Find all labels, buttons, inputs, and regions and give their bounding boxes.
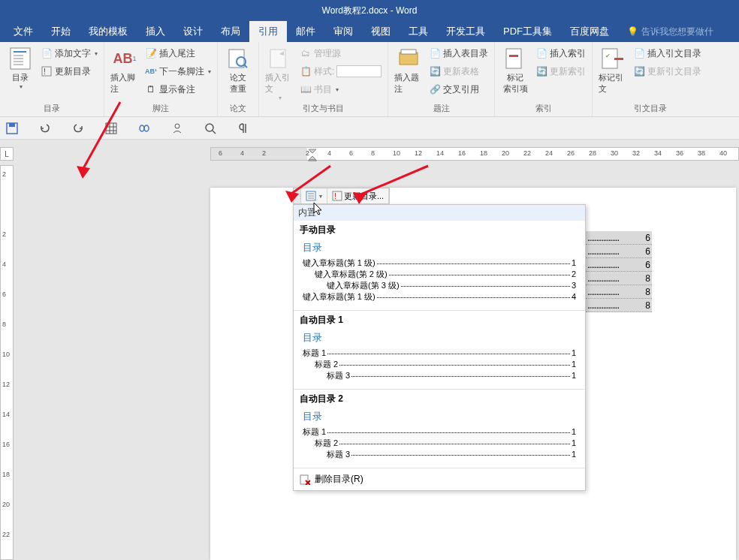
vertical-ruler[interactable]: 224681012141618202224 (0, 165, 14, 560)
show-notes-button[interactable]: 🗒显示备注 (143, 81, 213, 98)
tab-tools[interactable]: 工具 (400, 21, 437, 42)
tab-layout[interactable]: 布局 (212, 21, 249, 42)
lookup-button[interactable]: 论文 查重 (222, 45, 254, 96)
footnote-icon: AB1 (113, 47, 137, 71)
biblio-icon: 📖 (300, 83, 312, 95)
update-toc-button[interactable]: !更新目录 (39, 63, 99, 80)
remove-toc-button[interactable]: 删除目录(R) (294, 468, 585, 490)
tab-home[interactable]: 开始 (42, 21, 80, 42)
group-lookup: 论文 查重 论文 (218, 42, 259, 116)
horizontal-ruler[interactable]: 642246810121416182022242628303234363840 (210, 147, 739, 161)
insert-footnote-button[interactable]: AB1 插入脚注 (109, 45, 140, 96)
tab-design[interactable]: 设计 (174, 21, 212, 42)
next-footnote-button[interactable]: AB¹下一条脚注▾ (143, 63, 213, 80)
toc-button[interactable]: 目录 ▾ (5, 45, 36, 92)
update-table-label: 更新表格 (443, 65, 479, 78)
biblio-label: 书目 (314, 83, 332, 96)
update-table-button[interactable]: 🔄更新表格 (427, 63, 490, 80)
svg-rect-8 (229, 50, 244, 68)
update-index-button[interactable]: 🔄更新索引 (534, 63, 587, 80)
manage-sources-button[interactable]: 🗂管理源 (298, 45, 383, 62)
tell-me[interactable]: 💡告诉我您想要做什 (618, 21, 713, 42)
toc-entry: ..................6 (586, 258, 652, 272)
option-title: 自动目录 2 (300, 393, 579, 405)
tab-insert[interactable]: 插入 (137, 21, 174, 42)
insert-endnote-button[interactable]: 📝插入尾注 (143, 45, 213, 62)
shownotes-icon: 🗒 (145, 83, 157, 95)
tab-mailings[interactable]: 邮件 (287, 21, 324, 42)
toc-gallery-button[interactable]: ▾ (301, 188, 327, 203)
caption-icon (397, 47, 421, 71)
svg-rect-14 (506, 49, 521, 68)
mark-index-button[interactable]: 标记 索引项 (499, 45, 531, 96)
person-icon[interactable] (171, 122, 183, 134)
mark-citation-label: 标记引文 (599, 72, 627, 95)
citation-icon (267, 47, 291, 71)
tab-baidu[interactable]: 百度网盘 (561, 21, 618, 42)
tof-label: 插入表目录 (443, 47, 488, 60)
show-notes-label: 显示备注 (159, 83, 195, 96)
preview-heading: 目录 (303, 410, 576, 423)
style-label: 样式: (314, 65, 334, 78)
insert-index-button[interactable]: 📄插入索引 (534, 45, 587, 62)
toc-preview-line: 标题 21 (303, 438, 576, 449)
toc-option-manual[interactable]: 手动目录 目录 键入章标题(第 1 级)1键入章标题(第 2 级)2键入章标题(… (294, 221, 585, 311)
group-label: 论文 (222, 103, 254, 115)
bibliography-button[interactable]: 📖书目▾ (298, 81, 383, 98)
svg-point-28 (175, 124, 179, 128)
insert-authorities-button[interactable]: 📄插入引文目录 (632, 45, 703, 62)
tab-templates[interactable]: 我的模板 (80, 21, 137, 42)
tab-developer[interactable]: 开发工具 (437, 21, 494, 42)
mark-index-label: 标记 索引项 (503, 72, 528, 95)
tab-pdf[interactable]: PDF工具集 (494, 21, 561, 42)
toc-option-auto2[interactable]: 自动目录 2 目录 标题 11标题 21标题 31 (294, 390, 585, 468)
svg-rect-18 (614, 58, 623, 60)
insert-index-label: 插入索引 (550, 47, 586, 60)
link-icon[interactable] (138, 122, 150, 134)
workspace: L 64224681012141618202224262830323436384… (0, 140, 739, 560)
tab-view[interactable]: 视图 (362, 21, 400, 42)
insert-citation-button[interactable]: 插入引文 ▾ (264, 45, 295, 103)
insert-table-figures-button[interactable]: 📄插入表目录 (427, 45, 490, 62)
add-text-button[interactable]: 📄添加文字▾ (39, 45, 99, 62)
svg-rect-20 (9, 123, 15, 127)
style-dropdown[interactable]: 📋样式: (298, 63, 383, 80)
toc-entry: ..................6 (586, 231, 652, 245)
toc-update-button[interactable]: ! 更新目录... (327, 188, 389, 203)
paragraph-icon[interactable] (237, 122, 249, 134)
svg-point-26 (140, 125, 144, 131)
menu-bar: 文件 开始 我的模板 插入 设计 布局 引用 邮件 审阅 视图 工具 开发工具 … (0, 21, 739, 42)
next-footnote-label: 下一条脚注 (159, 65, 204, 78)
search-icon[interactable] (204, 122, 216, 134)
remove-icon (300, 474, 310, 485)
group-footnotes: AB1 插入脚注 📝插入尾注 AB¹下一条脚注▾ 🗒显示备注 脚注 (104, 42, 218, 116)
dropdown-arrow-icon: ▾ (336, 86, 339, 93)
undo-icon[interactable] (39, 122, 51, 134)
document-page[interactable]: ..................6..................6..… (210, 188, 736, 560)
tab-references[interactable]: 引用 (249, 21, 287, 42)
svg-text:✔: ✔ (605, 53, 611, 59)
table-icon[interactable] (105, 122, 117, 134)
dropdown-arrow-icon: ▾ (20, 83, 23, 90)
redo-icon[interactable] (72, 122, 84, 134)
toc-option-auto1[interactable]: 自动目录 1 目录 标题 11标题 21标题 31 (294, 311, 585, 390)
save-icon[interactable] (6, 122, 18, 134)
preview-heading: 目录 (303, 241, 576, 254)
insert-caption-button[interactable]: 插入题注 (393, 45, 424, 96)
svg-point-27 (144, 125, 149, 131)
tab-review[interactable]: 审阅 (324, 21, 362, 42)
tab-selector[interactable]: L (0, 147, 14, 161)
quick-access-toolbar (0, 117, 739, 140)
markcitation-icon: ✔ (601, 47, 625, 71)
update-table-icon: 🔄 (429, 65, 441, 77)
svg-rect-15 (509, 55, 518, 57)
cross-reference-button[interactable]: 🔗交叉引用 (427, 81, 490, 98)
mark-citation-button[interactable]: ✔ 标记引文 (597, 45, 629, 96)
crossref-label: 交叉引用 (443, 83, 479, 96)
dropdown-arrow-icon: ▾ (208, 68, 211, 75)
update-index-label: 更新索引 (550, 65, 586, 78)
tab-file[interactable]: 文件 (5, 21, 42, 42)
grip-icon[interactable]: ⋮⋮ (294, 188, 301, 203)
update-authorities-button[interactable]: 🔄更新引文目录 (632, 63, 703, 80)
svg-point-29 (206, 124, 213, 131)
